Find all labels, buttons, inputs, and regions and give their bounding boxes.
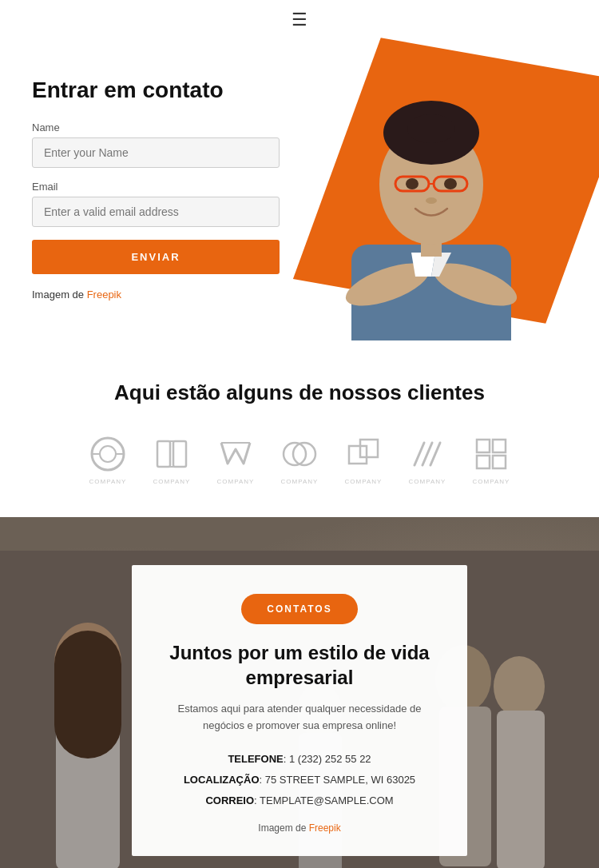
- svg-rect-28: [360, 440, 378, 457]
- company-label-5: COMPANY: [345, 478, 383, 485]
- clients-logos-container: COMPANY COMPANY COMPANY: [24, 433, 575, 485]
- svg-point-9: [407, 114, 455, 143]
- banner-freepik-link[interactable]: Freepik: [309, 822, 341, 834]
- svg-rect-21: [173, 441, 186, 467]
- banner-image-credit: Imagem de Freepik: [164, 822, 435, 834]
- svg-rect-32: [477, 440, 490, 452]
- svg-point-25: [284, 443, 306, 465]
- hero-image-area: [256, 37, 599, 340]
- company-logo-7: COMPANY: [470, 433, 512, 485]
- svg-rect-20: [157, 441, 170, 467]
- location-line: LOCALIZAÇÃO: 75 STREET SAMPLE, WI 63025: [164, 770, 435, 790]
- enviar-button[interactable]: ENVIAR: [32, 240, 280, 274]
- name-label: Name: [32, 121, 280, 133]
- freepik-link[interactable]: Freepik: [87, 289, 121, 301]
- company-logo-3: COMPANY: [215, 433, 256, 485]
- contact-banner-section: CONTATOS Juntos por um estilo de vida em…: [0, 517, 599, 868]
- company-label-1: COMPANY: [89, 478, 127, 485]
- image-credit: Imagem de Freepik: [32, 289, 280, 301]
- phone-label: TELEFONE: [228, 753, 283, 765]
- svg-rect-35: [493, 456, 506, 468]
- company-logo-1: COMPANY: [87, 433, 129, 485]
- email-input[interactable]: [32, 197, 280, 227]
- svg-point-14: [444, 178, 457, 189]
- hero-person-image: [264, 37, 599, 340]
- banner-heading: Juntos por um estilo de vida empresarial: [164, 640, 435, 690]
- svg-rect-33: [493, 440, 506, 452]
- clients-section: Aqui estão alguns de nossos clientes COM…: [0, 340, 599, 517]
- svg-point-17: [100, 446, 116, 462]
- company-logo-2: COMPANY: [151, 433, 192, 485]
- company-label-7: COMPANY: [473, 478, 510, 485]
- banner-description: Estamos aqui para atender qualquer neces…: [164, 701, 435, 735]
- phone-line: TELEFONE: 1 (232) 252 55 22: [164, 749, 435, 770]
- email-line: CORREIO: TEMPLATE@SAMPLE.COM: [164, 790, 435, 811]
- company-label-4: COMPANY: [281, 478, 319, 485]
- svg-rect-34: [477, 456, 490, 468]
- correio-value: TEMPLATE@SAMPLE.COM: [260, 794, 394, 806]
- company-logo-6: COMPANY: [407, 433, 448, 485]
- header: ☰: [0, 0, 599, 37]
- contatos-button[interactable]: CONTATOS: [241, 594, 357, 624]
- location-value: 75 STREET SAMPLE, WI 63025: [265, 774, 415, 786]
- svg-point-26: [293, 443, 315, 465]
- clients-title: Aqui estão alguns de nossos clientes: [24, 380, 575, 405]
- hero-title: Entrar em contato: [32, 77, 280, 104]
- svg-point-15: [426, 197, 437, 204]
- phone-value: 1 (232) 252 55 22: [289, 753, 371, 765]
- company-logo-5: COMPANY: [343, 433, 384, 485]
- name-input[interactable]: [32, 137, 280, 168]
- location-label: LOCALIZAÇÃO: [184, 774, 260, 786]
- menu-icon[interactable]: ☰: [292, 11, 307, 29]
- banner-contact-info: TELEFONE: 1 (232) 252 55 22 LOCALIZAÇÃO:…: [164, 749, 435, 811]
- svg-point-13: [406, 178, 419, 189]
- company-label-3: COMPANY: [217, 478, 255, 485]
- hero-form: Entrar em contato Name Email ENVIAR Imag…: [32, 69, 280, 301]
- hero-section: Entrar em contato Name Email ENVIAR Imag…: [0, 37, 599, 340]
- correio-label: CORREIO: [205, 794, 254, 806]
- email-label: Email: [32, 181, 280, 193]
- svg-rect-27: [349, 446, 367, 464]
- company-label-6: COMPANY: [409, 478, 446, 485]
- company-logo-4: COMPANY: [279, 433, 320, 485]
- company-label-2: COMPANY: [153, 478, 191, 485]
- banner-content-box: CONTATOS Juntos por um estilo de vida em…: [132, 565, 467, 856]
